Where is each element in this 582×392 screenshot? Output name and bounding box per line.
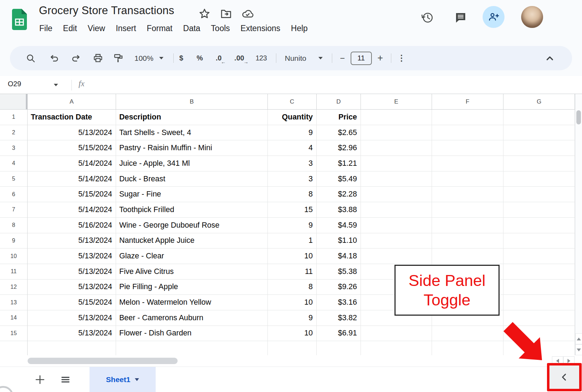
cell-description[interactable]: Glaze - Clear <box>116 248 268 264</box>
cell-quantity[interactable]: 8 <box>268 280 317 295</box>
scroll-right-button[interactable] <box>563 356 575 365</box>
name-box[interactable]: O29 <box>8 80 21 88</box>
cell-description[interactable]: Flower - Dish Garden <box>116 326 268 341</box>
cell-empty[interactable] <box>503 264 575 280</box>
cell-empty[interactable] <box>361 233 432 249</box>
row-number[interactable]: 14 <box>0 310 28 326</box>
cell-description[interactable]: Melon - Watermelon Yellow <box>116 295 268 310</box>
document-title[interactable]: Grocery Store Transactions <box>39 4 174 17</box>
row-number[interactable]: 8 <box>0 218 28 233</box>
cell-description[interactable]: Wine - George Duboeuf Rose <box>116 218 268 233</box>
row-number[interactable]: 1 <box>0 110 28 125</box>
cell-price[interactable]: $6.91 <box>317 326 361 341</box>
cell-quantity[interactable]: 9 <box>268 310 317 326</box>
cloud-saved-icon[interactable] <box>242 8 254 20</box>
horizontal-scrollbar-thumb[interactable] <box>28 358 178 364</box>
cell-transaction-date[interactable]: 5/13/2024 <box>28 326 116 341</box>
print-icon[interactable] <box>93 53 103 64</box>
cell-empty[interactable] <box>503 248 575 264</box>
cell-empty[interactable] <box>361 171 432 187</box>
cell-quantity[interactable]: 15 <box>268 202 317 218</box>
cell-transaction-date[interactable]: 5/13/2024 <box>28 264 116 280</box>
cell-empty[interactable] <box>503 110 575 125</box>
cell-empty[interactable] <box>503 280 575 295</box>
decrease-decimal-button[interactable]: .0← <box>216 54 222 62</box>
font-family-selector[interactable]: Nunito <box>285 54 323 63</box>
cell-empty[interactable] <box>432 326 503 341</box>
cell-transaction-date[interactable]: 5/15/2024 <box>28 295 116 310</box>
cell-empty[interactable] <box>432 156 503 171</box>
cell-empty[interactable] <box>361 202 432 218</box>
row-number[interactable]: 10 <box>0 248 28 264</box>
row-number[interactable]: 2 <box>0 125 28 141</box>
sheet-tab-sheet1[interactable]: Sheet1 <box>90 367 156 392</box>
cell-empty[interactable] <box>361 341 432 355</box>
cell-empty[interactable] <box>432 140 503 156</box>
cell-transaction-date[interactable]: 5/15/2024 <box>28 187 116 202</box>
cell-quantity[interactable]: 3 <box>268 171 317 187</box>
cell-empty[interactable] <box>503 218 575 233</box>
cell-quantity[interactable]: 10 <box>268 248 317 264</box>
row-number[interactable]: 3 <box>0 140 28 156</box>
cell-price[interactable]: $2.96 <box>317 140 361 156</box>
cell-transaction-date[interactable]: 5/15/2024 <box>28 140 116 156</box>
menu-help[interactable]: Help <box>286 23 313 34</box>
cell-empty[interactable] <box>432 187 503 202</box>
increase-font-size-button[interactable]: + <box>378 53 383 64</box>
cell-description[interactable]: Duck - Breast <box>116 171 268 187</box>
cell-empty[interactable] <box>268 341 317 355</box>
row-number[interactable]: 9 <box>0 233 28 249</box>
column-header-g[interactable]: G <box>503 94 575 110</box>
menu-tools[interactable]: Tools <box>206 23 235 34</box>
add-sheet-icon[interactable] <box>34 374 46 386</box>
paint-format-icon[interactable] <box>113 53 124 64</box>
all-sheets-menu-icon[interactable] <box>59 374 71 386</box>
column-header-f[interactable]: F <box>432 94 503 110</box>
menu-edit[interactable]: Edit <box>58 23 82 34</box>
column-header-c[interactable]: C <box>268 94 317 110</box>
cell-empty[interactable] <box>361 248 432 264</box>
menu-data[interactable]: Data <box>178 23 206 34</box>
row-number[interactable]: 15 <box>0 326 28 341</box>
format-percent-button[interactable]: % <box>197 54 203 62</box>
cell-description[interactable]: Toothpick Frilled <box>116 202 268 218</box>
side-panel-toggle-button[interactable] <box>549 365 580 389</box>
cell-empty[interactable] <box>432 248 503 264</box>
cell-empty[interactable] <box>503 310 575 326</box>
cell-quantity[interactable]: 3 <box>268 156 317 171</box>
comments-icon[interactable] <box>453 10 468 25</box>
cell-description[interactable]: Pastry - Raisin Muffin - Mini <box>116 140 268 156</box>
cell-empty[interactable] <box>361 156 432 171</box>
cell-empty[interactable] <box>361 110 432 125</box>
cell-transaction-date[interactable]: 5/13/2024 <box>28 280 116 295</box>
cell-empty[interactable] <box>361 218 432 233</box>
cell-price[interactable]: $2.65 <box>317 125 361 141</box>
row-number[interactable]: 13 <box>0 295 28 310</box>
cell-quantity[interactable]: 1 <box>268 233 317 249</box>
cell-empty[interactable] <box>503 326 575 341</box>
zoom-control[interactable]: 100% <box>134 54 163 63</box>
cell-price[interactable]: $1.10 <box>317 233 361 249</box>
cell-description[interactable]: Beer - Camerons Auburn <box>116 310 268 326</box>
menu-format[interactable]: Format <box>142 23 178 34</box>
redo-icon[interactable] <box>71 53 81 64</box>
cell-description[interactable]: Sugar - Fine <box>116 187 268 202</box>
cell-empty[interactable] <box>432 125 503 141</box>
cell-empty[interactable] <box>503 295 575 310</box>
scroll-left-button[interactable] <box>552 356 563 365</box>
cell-description[interactable]: Pie Filling - Apple <box>116 280 268 295</box>
cell-price[interactable]: $2.28 <box>317 187 361 202</box>
menu-insert[interactable]: Insert <box>110 23 142 34</box>
cell-empty[interactable] <box>503 171 575 187</box>
cell-price[interactable]: $4.59 <box>317 218 361 233</box>
cell-empty[interactable] <box>28 341 116 355</box>
cell-description[interactable]: Five Alive Citrus <box>116 264 268 280</box>
cell-empty[interactable] <box>432 233 503 249</box>
cell-price[interactable]: $9.26 <box>317 280 361 295</box>
vertical-scrollbar[interactable] <box>575 94 582 355</box>
cell-empty[interactable] <box>503 187 575 202</box>
menu-file[interactable]: File <box>34 23 58 34</box>
cell-transaction-date[interactable]: 5/14/2024 <box>28 171 116 187</box>
cell-description[interactable]: Tart Shells - Sweet, 4 <box>116 125 268 141</box>
horizontal-scrollbar[interactable] <box>0 355 582 367</box>
